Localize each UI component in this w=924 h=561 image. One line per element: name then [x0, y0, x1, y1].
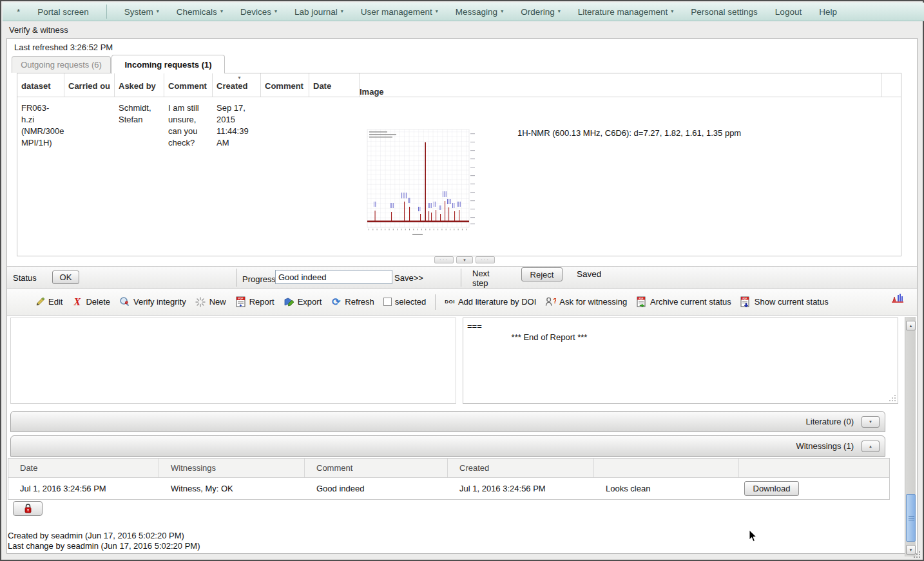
literature-panel-header[interactable]: Literature (0) ▼: [10, 411, 885, 432]
pdf-report-icon: PDF: [235, 296, 246, 307]
request-row[interactable]: FR063-h.zi (NMR/300e MPI/1H) Schmidt, St…: [17, 97, 901, 149]
doi-icon: DOI: [445, 299, 455, 305]
column-header-blank: [594, 459, 739, 477]
column-header-created[interactable]: Created: [448, 459, 594, 477]
progress-label: Progress: [242, 274, 276, 284]
cell-comment: I am still unsure, can you check?: [164, 97, 213, 149]
saved-status-text: Saved: [577, 269, 601, 279]
cell-dataset: FR063-h.zi (NMR/300e MPI/1H): [17, 97, 64, 149]
cell-witnessings: Witness, My: OK: [159, 478, 305, 499]
column-header-comment[interactable]: Comment: [305, 459, 448, 477]
literature-expand-button[interactable]: ▼: [861, 416, 880, 428]
divider: [236, 269, 237, 287]
menu-item-chemicals[interactable]: Chemicals▾: [177, 7, 223, 17]
lock-button[interactable]: [13, 501, 43, 516]
page-title: Verify & witness: [9, 25, 68, 35]
archive-current-status-button[interactable]: PDF Archive current status: [636, 296, 731, 307]
refresh-button[interactable]: ⟳ Refresh: [331, 296, 374, 307]
column-header-asked-by[interactable]: Asked by: [115, 73, 164, 97]
scrollbar-thumb[interactable]: [906, 494, 916, 542]
witnessings-table: Date Witnessings Comment Created Jul 1, …: [8, 458, 890, 500]
scroll-up-button[interactable]: ▲: [906, 321, 916, 330]
menu-item-user-management[interactable]: User management▾: [361, 7, 438, 17]
spectrum-view-button[interactable]: [891, 293, 904, 307]
column-header-date[interactable]: Date: [8, 459, 159, 477]
delete-x-icon: X: [72, 296, 82, 307]
magnifier-seal-icon: [119, 296, 130, 307]
menu-item-home[interactable]: *: [17, 7, 20, 17]
add-literature-by-doi-button[interactable]: DOI Add literature by DOI: [445, 297, 536, 307]
reject-button[interactable]: Reject: [521, 267, 563, 281]
divider: [435, 294, 436, 310]
literature-panel-title: Literature (0): [806, 417, 854, 426]
cell-date: [309, 97, 360, 149]
menu-item-literature-management[interactable]: Literature management▾: [578, 7, 674, 17]
column-header-carried-out[interactable]: Carried ou: [64, 73, 115, 97]
menu-item-ordering[interactable]: Ordering▾: [521, 7, 561, 17]
next-step-label: Next step: [472, 269, 501, 288]
chevron-down-icon: ▾: [341, 9, 343, 14]
column-header-comment[interactable]: Comment: [164, 73, 213, 97]
mouse-cursor: [749, 529, 758, 543]
witnessings-table-header: Date Witnessings Comment Created: [8, 459, 889, 478]
edit-button[interactable]: Edit: [34, 296, 63, 307]
menu-item-lab-journal[interactable]: Lab journal▾: [294, 7, 343, 17]
cell-created: Sep 17, 2015 11:44:39 AM: [213, 97, 261, 149]
show-current-status-button[interactable]: PDF Show current status: [740, 296, 829, 307]
column-header-witnessings[interactable]: Witnessings: [159, 459, 305, 477]
new-button[interactable]: New: [195, 296, 226, 307]
chevron-down-icon: ▾: [274, 9, 277, 14]
resize-grip-icon[interactable]: [889, 394, 896, 402]
column-header-dataset[interactable]: dataset: [17, 73, 64, 97]
selected-checkbox[interactable]: [383, 298, 392, 306]
notes-pane[interactable]: [10, 318, 456, 404]
report-textarea[interactable]: === *** End of Report ***: [463, 318, 898, 404]
requests-table: dataset Carried ou Asked by Comment ▼ Cr…: [17, 73, 901, 256]
report-button[interactable]: PDF Report: [235, 296, 274, 307]
toolbar: Edit X Delete Verify integrity New PDF R…: [7, 289, 917, 316]
selected-checkbox-group[interactable]: selected: [383, 297, 426, 307]
save-link[interactable]: Save>>: [394, 273, 423, 283]
witness-question-icon: ?: [545, 296, 556, 307]
download-button[interactable]: Download: [744, 481, 799, 496]
column-header-date[interactable]: Date: [309, 73, 360, 97]
nmr-spectrum-thumbnail[interactable]: [366, 127, 481, 242]
tab-outgoing-requests[interactable]: Outgoing requests (6): [12, 56, 111, 73]
splitter-dots-button[interactable]: ···: [434, 256, 454, 263]
cell-carried-out: [64, 97, 115, 149]
last-change-text: Last change by seadmin (Jun 17, 2016 5:0…: [8, 541, 200, 551]
vertical-scrollbar[interactable]: ▲ ▼: [905, 317, 916, 556]
delete-button[interactable]: X Delete: [72, 296, 110, 307]
witnessing-row[interactable]: Jul 1, 2016 3:24:56 PM Witness, My: OK G…: [8, 478, 889, 499]
witnessings-panel-header[interactable]: Witnessings (1) ▲: [10, 435, 885, 457]
menu-item-personal-settings[interactable]: Personal settings: [691, 7, 758, 17]
divider: [461, 269, 461, 287]
menu-item-logout[interactable]: Logout: [775, 7, 802, 17]
menu-item-messaging[interactable]: Messaging▾: [456, 7, 503, 17]
column-header-image[interactable]: Image: [360, 73, 882, 97]
splitter-collapse-button[interactable]: ▼: [456, 256, 473, 263]
status-ok-button[interactable]: OK: [52, 271, 79, 284]
column-header-created[interactable]: ▼ Created: [213, 73, 261, 97]
column-header-comment-2[interactable]: Comment: [261, 73, 309, 97]
menu-item-system[interactable]: System▾: [124, 7, 159, 17]
menu-item-devices[interactable]: Devices▾: [240, 7, 277, 17]
status-bar: Status OK Progress Save>> Next step Reje…: [7, 266, 917, 289]
tab-incoming-requests[interactable]: Incoming requests (1): [111, 55, 225, 73]
menu-item-portal-screen[interactable]: Portal screen: [37, 7, 89, 17]
export-button[interactable]: Export: [284, 296, 322, 307]
requests-table-header: dataset Carried ou Asked by Comment ▼ Cr…: [17, 73, 901, 97]
ask-for-witnessing-button[interactable]: ? Ask for witnessing: [545, 296, 627, 307]
scroll-down-button[interactable]: ▼: [906, 545, 916, 555]
menu-item-help[interactable]: Help: [819, 7, 837, 17]
svg-text:PDF: PDF: [238, 298, 243, 300]
progress-input[interactable]: [275, 270, 392, 284]
column-header-blank: [739, 459, 889, 477]
cell-date: Jul 1, 2016 3:24:56 PM: [8, 478, 159, 499]
splitter-dots-button[interactable]: ···: [476, 256, 495, 263]
last-refreshed-text: Last refreshed 3:26:52 PM: [14, 43, 113, 52]
witnessings-collapse-button[interactable]: ▲: [861, 441, 880, 452]
verify-integrity-button[interactable]: Verify integrity: [119, 296, 186, 307]
svg-text:?: ?: [553, 298, 557, 305]
sort-descending-icon: ▼: [237, 75, 242, 80]
